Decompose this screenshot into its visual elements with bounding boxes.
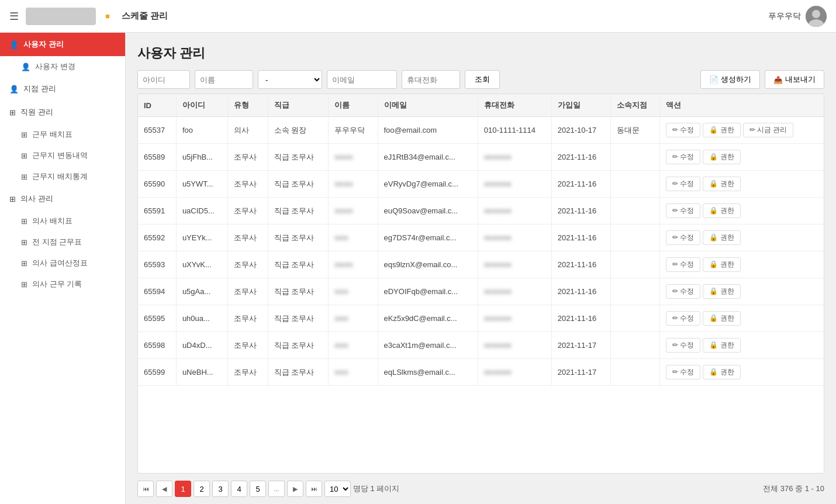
sidebar-item-doctor-salary[interactable]: ⊞ 의사 급여산정표	[0, 253, 125, 274]
cell-userid: uXYvK...	[176, 251, 227, 278]
cell-email: euQ9Soav@email.c...	[378, 198, 478, 225]
cell-email: foo@email.com	[378, 117, 478, 144]
page-next-btn[interactable]: ▶	[287, 481, 303, 497]
layout: 👤 사용자 관리 👤 사용자 변경 👤 지점 관리 ⊞ 직원 관리 ⊞ 근무 배…	[0, 33, 836, 504]
cell-join-date: 2021-10-17	[551, 117, 610, 144]
edit-button[interactable]: ✏ 수정	[666, 203, 700, 218]
page-1-btn[interactable]: 1	[175, 481, 191, 497]
cell-rank: 직급 조무사	[268, 171, 328, 198]
edit-button[interactable]: ✏ 수정	[666, 311, 700, 326]
cell-phone: ■■■■■■	[478, 305, 551, 332]
export-button[interactable]: 📤 내보내기	[765, 70, 824, 89]
cell-phone: ■■■■■■	[478, 198, 551, 225]
edit-button[interactable]: ✏ 수정	[666, 230, 700, 245]
edit-button[interactable]: ✏ 수정	[666, 284, 700, 299]
page-last-btn[interactable]: ⏭	[306, 481, 322, 497]
branch-mgmt-icon: 👤	[9, 85, 19, 94]
user-mgmt-icon: 👤	[9, 40, 19, 49]
perm-button[interactable]: 🔒 권한	[703, 365, 740, 379]
cell-join-date: 2021-11-16	[551, 278, 610, 305]
cell-type: 조무사	[227, 171, 268, 198]
cell-branch	[610, 332, 659, 359]
staff-mgmt-icon: ⊞	[9, 108, 16, 117]
filter-email-input[interactable]	[327, 70, 397, 89]
sidebar-item-user-change[interactable]: 👤 사용자 변경	[0, 56, 125, 77]
cell-branch	[610, 144, 659, 171]
cell-join-date: 2021-11-16	[551, 144, 610, 171]
edit-button[interactable]: ✏ 수정	[666, 177, 700, 191]
cell-type: 조무사	[227, 198, 268, 225]
create-button[interactable]: 📄 생성하기	[700, 70, 760, 89]
menu-icon[interactable]: ☰	[9, 10, 19, 23]
cell-join-date: 2021-11-16	[551, 171, 610, 198]
page-3-btn[interactable]: 3	[212, 481, 229, 497]
cell-email: eVRyvDg7@email.c...	[378, 171, 478, 198]
filter-id-input[interactable]	[137, 70, 190, 89]
user-table-wrap: ID 아이디 유형 직급 이름 이메일 휴대전화 가입일 소속지점 액션 655…	[137, 94, 824, 474]
perm-button[interactable]: 🔒 권한	[703, 230, 740, 245]
edit-button[interactable]: ✏ 수정	[666, 365, 700, 379]
sidebar-item-work-schedule[interactable]: ⊞ 근무 배치표	[0, 124, 125, 145]
sidebar-item-doctor-schedule[interactable]: ⊞ 의사 배치표	[0, 210, 125, 232]
perm-button[interactable]: 🔒 권한	[703, 177, 740, 191]
cell-branch	[610, 278, 659, 305]
cell-rank: 직급 조무사	[268, 305, 328, 332]
search-button[interactable]: 조회	[465, 70, 500, 89]
cell-action: ✏ 수정🔒 권한	[660, 225, 824, 251]
cell-action: ✏ 수정🔒 권한	[660, 171, 824, 198]
cell-join-date: 2021-11-17	[551, 332, 610, 359]
cell-name: ■■■	[329, 332, 378, 359]
sidebar-item-user-mgmt[interactable]: 👤 사용자 관리	[0, 33, 125, 56]
cell-email: eg7DS74r@email.c...	[378, 225, 478, 251]
filter-phone-input[interactable]	[402, 70, 460, 89]
header-logo	[26, 8, 96, 25]
filter-name-input[interactable]	[195, 70, 253, 89]
doctor-record-icon: ⊞	[21, 280, 27, 289]
perm-button[interactable]: 🔒 권한	[703, 203, 740, 218]
cell-action: ✏ 수정🔒 권한	[660, 278, 824, 305]
cell-branch: 동대문	[610, 117, 659, 144]
edit-button[interactable]: ✏ 수정	[666, 150, 700, 164]
edit-button[interactable]: ✏ 수정	[666, 257, 700, 272]
cell-email: eKz5x9dC@email.c...	[378, 305, 478, 332]
edit-button[interactable]: ✏ 수정	[666, 338, 700, 353]
edit-button[interactable]: ✏ 수정	[666, 123, 700, 137]
cell-join-date: 2021-11-16	[551, 225, 610, 251]
sidebar-item-staff-mgmt[interactable]: ⊞ 직원 관리	[0, 101, 125, 124]
cell-type: 조무사	[227, 305, 268, 332]
schedule-button[interactable]: ✏ 시금 관리	[743, 123, 794, 137]
cell-action: ✏ 수정🔒 권한	[660, 198, 824, 225]
page-prev-btn[interactable]: ◀	[156, 481, 172, 497]
sidebar-item-all-branch-work[interactable]: ⊞ 전 지점 근무표	[0, 232, 125, 253]
cell-join-date: 2021-11-16	[551, 198, 610, 225]
table-row: 65590u5YWT...조무사직급 조무사■■■■eVRyvDg7@email…	[138, 171, 824, 198]
cell-action: ✏ 수정🔒 권한✏ 시금 관리	[660, 117, 824, 144]
cell-action: ✏ 수정🔒 권한	[660, 332, 824, 359]
page-2-btn[interactable]: 2	[194, 481, 210, 497]
perm-button[interactable]: 🔒 권한	[703, 338, 740, 353]
perm-button[interactable]: 🔒 권한	[703, 123, 740, 137]
page-title: 사용자 관리	[137, 44, 824, 62]
perm-button[interactable]: 🔒 권한	[703, 311, 740, 326]
cell-phone: ■■■■■■	[478, 251, 551, 278]
cell-name: ■■■■	[329, 144, 378, 171]
page-4-btn[interactable]: 4	[231, 481, 247, 497]
cell-join-date: 2021-11-16	[551, 251, 610, 278]
sidebar-item-branch-mgmt[interactable]: 👤 지점 관리	[0, 77, 125, 101]
filter-type-select[interactable]: - 의사 조무사	[258, 70, 322, 89]
header-user: 푸우우닥	[768, 6, 827, 27]
sidebar-item-doctor-record[interactable]: ⊞ 의사 근무 기록	[0, 274, 125, 295]
perm-button[interactable]: 🔒 권한	[703, 284, 740, 299]
doctor-salary-icon: ⊞	[21, 259, 27, 268]
page-5-btn[interactable]: 5	[250, 481, 266, 497]
perm-button[interactable]: 🔒 권한	[703, 257, 740, 272]
sidebar-item-work-change[interactable]: ⊞ 근무지 변동내역	[0, 145, 125, 166]
page-first-btn[interactable]: ⏮	[137, 481, 154, 497]
cell-id: 65591	[138, 198, 176, 225]
sidebar-item-doctor-mgmt[interactable]: ⊞ 의사 관리	[0, 187, 125, 210]
sidebar-item-work-stats[interactable]: ⊞ 근무지 배치통계	[0, 166, 125, 187]
per-page-select[interactable]: 10 20 50	[324, 481, 351, 497]
cell-type: 조무사	[227, 332, 268, 359]
perm-button[interactable]: 🔒 권한	[703, 150, 740, 164]
avatar[interactable]	[806, 6, 827, 27]
